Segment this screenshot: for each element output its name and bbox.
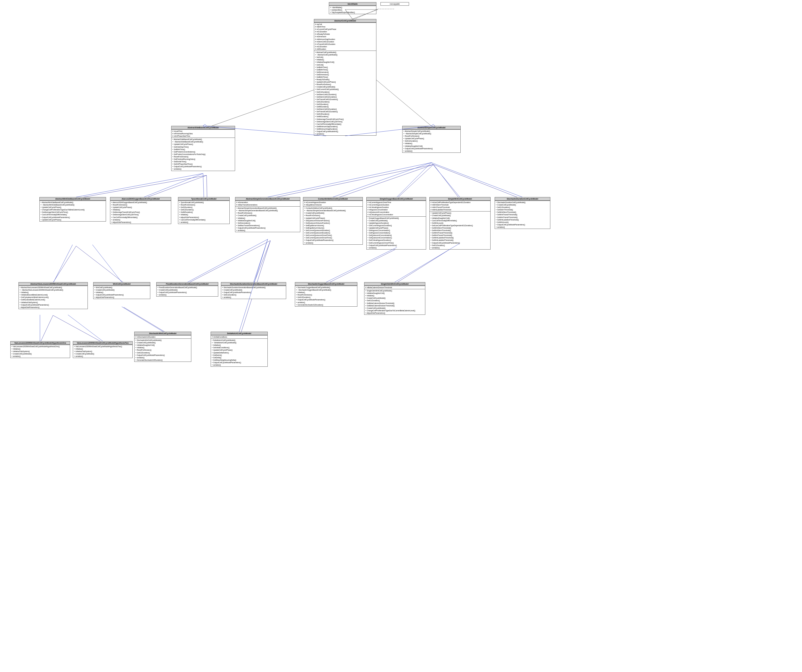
tyson-novak-methods: + TysonNovakCellCycleModel() + ResetForD… xyxy=(178,201,230,224)
diagram-container: Identifiable + ~Identifiable() + GetIden… xyxy=(0,0,802,672)
stochastic-duration-generation-title: StochasticDurationGenerationBasedCellCyc… xyxy=(221,282,286,286)
van-leeuwen-one-box: VanLeeuwen2009WntSwatCellCycleModelHypot… xyxy=(10,341,70,358)
van-leeuwen-one-methods: + VanLeeuwen2009WntSwatCellCycleModelHyp… xyxy=(11,345,70,358)
delta-notch-title: DeltaNotchCellCycleModel xyxy=(211,332,267,335)
svg-line-15 xyxy=(189,241,270,283)
abstract-simple-generation-title: AbstractSimpleGenerationBasedCellCycleMo… xyxy=(235,198,300,201)
noncopyable-box: noncopyable xyxy=(380,2,409,6)
svg-line-5 xyxy=(270,164,433,198)
svg-line-33 xyxy=(397,163,431,197)
abstract-cell-cycle-model-title: AbstractCellCycleModel xyxy=(314,19,376,23)
tyson-novak-title: TysonNovakCellCycleModel xyxy=(178,198,230,201)
svg-line-35 xyxy=(431,163,522,197)
svg-line-2 xyxy=(76,175,207,198)
abstract-cell-cycle-model-box: AbstractCellCycleModel # mpCell # mBirth… xyxy=(314,19,377,136)
svg-line-3 xyxy=(144,175,207,198)
abstract-simple-cell-cycle-title: AbstractSimpleCellCycleModel xyxy=(403,126,460,130)
stochastic-oxygen-based-methods: + StochasticOxygenBasedCellCycleModel() … xyxy=(295,286,357,306)
contact-inhibition-methods: + ContactInhibitionCellCycleModel() + ~A… xyxy=(303,206,362,244)
svg-line-16 xyxy=(254,241,270,283)
simple-oxygen-based-fields: # mCurrentHypoxicOnsetTime # mCurrentHyp… xyxy=(367,201,426,216)
svg-line-37 xyxy=(92,245,122,282)
svg-line-41 xyxy=(188,239,268,282)
identifiable-box: Identifiable + ~Identifiable() + GetIden… xyxy=(329,2,377,14)
simple-wnt-fields: # mUseCellProliferativeTypeDependentG1Du… xyxy=(430,201,490,211)
arrows-svg xyxy=(0,0,802,672)
stochastic-duration-title: StochasticDurationCellCycleModel xyxy=(495,198,550,201)
delta-notch-box: DeltaNotchCellCycleModel # mInitialCondi… xyxy=(211,332,268,367)
abstract-wnt-ode-methods: + AbstractWntOdeBasedCellCycleModel() + … xyxy=(40,201,106,221)
svg-line-7 xyxy=(397,164,433,198)
connection-lines xyxy=(0,0,802,672)
stochastic-wnt-title: StochasticWntCellCycleModel xyxy=(134,332,191,335)
wnt-cell-cycle-box: WntCellCycleModel + WntCellCycleModel() … xyxy=(93,282,150,299)
abstract-ode-based-methods: + AbstractOdeBasedCellCycleModel() + ~Ab… xyxy=(171,138,235,170)
van-leeuwen-two-methods: + VanLeeuwen2009WntSwatCellCycleModelHyp… xyxy=(73,345,133,358)
svg-line-40 xyxy=(122,307,163,332)
stochastic-duration-box: StochasticDurationCellCycleModel + Stoch… xyxy=(495,197,550,229)
van-leeuwen-two-box: VanLeeuwen2009WntSwatCellCycleModelHypot… xyxy=(73,341,133,358)
simple-wnt-title: SimpleWntCellCycleModel xyxy=(430,198,490,201)
svg-line-32 xyxy=(333,163,431,197)
noncopyable-title: noncopyable xyxy=(382,3,407,5)
svg-line-44 xyxy=(326,248,397,282)
identifiable-title: Identifiable xyxy=(329,2,376,6)
svg-line-31 xyxy=(268,163,431,197)
svg-line-9 xyxy=(433,164,521,198)
delta-notch-fields: # mInitialConditions xyxy=(211,335,267,338)
svg-line-1 xyxy=(375,79,433,128)
svg-line-34 xyxy=(431,163,460,197)
svg-line-28 xyxy=(76,173,203,197)
fixed-duration-generation-title: FixedDurationGenerationBasedCellCycleMod… xyxy=(157,282,218,286)
stochastic-duration-generation-box: StochasticDurationGenerationBasedCellCyc… xyxy=(221,282,286,299)
alarcon2004-methods: + Alarcon2004OxygenBasedCellCycleModel()… xyxy=(110,201,171,224)
abstract-simple-generation-box: AbstractSimpleGenerationBasedCellCycleMo… xyxy=(235,197,300,232)
contact-inhibition-box: ContactInhibitionCellCycleModel # mCurre… xyxy=(303,197,363,245)
svg-line-10 xyxy=(53,246,76,283)
delta-notch-methods: + DeltaNotchCellCycleModel() + ~DeltaNot… xyxy=(211,338,267,366)
stochastic-wnt-fields: # mStochasticG2Duration xyxy=(134,335,191,338)
stochastic-oxygen-based-title: StochasticOxygenBasedCellCycleModel xyxy=(295,282,357,286)
van-leeuwen-two-title: VanLeeuwen2009WntSwatCellCycleModelHypot… xyxy=(73,342,133,345)
abstract-van-leeuwen-title: AbstractVanLeeuwen2009WntSwatCellCycleMo… xyxy=(19,282,87,286)
abstract-wnt-ode-title: AbstractWntOdeBasedCellCycleModel xyxy=(40,198,106,201)
svg-line-6 xyxy=(336,164,433,198)
stochastic-wnt-box: StochasticWntCellCycleModel # mStochasti… xyxy=(134,332,191,362)
abstract-wnt-ode-box: AbstractWntOdeBasedCellCycleModel + Abst… xyxy=(39,197,106,222)
simple-oxygen-based-methods: + SimpleOxygenBasedCellCycleModel() + Cr… xyxy=(367,216,426,249)
abstract-van-leeuwen-box: AbstractVanLeeuwen2009WntSwatCellCycleMo… xyxy=(18,282,88,309)
svg-line-8 xyxy=(433,164,459,198)
abstract-ode-based-box: AbstractOdeBasedCellCycleModel # mLastTi… xyxy=(171,126,235,171)
single-odm-wnt-fields: # mBetaCateninDivisionThreshold xyxy=(364,286,425,289)
stochastic-wnt-methods: + StochasticWntCellCycleModel() + Create… xyxy=(134,338,191,361)
abstract-ode-based-title: AbstractOdeBasedCellCycleModel xyxy=(171,126,235,130)
alarcon2004-box: Alarcon2004OxygenBasedCellCycleModel + A… xyxy=(110,197,171,224)
abstract-cell-cycle-model-methods: + AbstractCellCycleModel() + ~AbstractCe… xyxy=(314,50,376,135)
identifiable-methods: + ~Identifiable() + GetIdentifier() + Ti… xyxy=(329,6,376,14)
abstract-van-leeuwen-methods: + AbstractVanLeeuwen2009WntSwatCellCycle… xyxy=(19,286,87,309)
svg-line-42 xyxy=(254,239,268,282)
simple-wnt-box: SimpleWntCellCycleModel # mUseCellProlif… xyxy=(429,197,490,249)
svg-line-11 xyxy=(76,246,124,283)
tyson-novak-box: TysonNovakCellCycleModel + TysonNovakCel… xyxy=(178,197,230,224)
abstract-cell-cycle-model-fields: # mpCell # mBirthTime # mCurrentCellCycl… xyxy=(314,23,376,50)
svg-line-39 xyxy=(68,315,103,341)
single-odm-wnt-methods: + SingleOdmWntCellCycleModel() + Initial… xyxy=(364,289,425,314)
svg-line-18 xyxy=(329,249,397,283)
abstract-simple-generation-methods: + AbstractSimpleGenerationBasedCellCycle… xyxy=(235,206,300,232)
abstract-simple-cell-cycle-methods: + AbstractSimpleCellCycleModel() + ~Abst… xyxy=(403,130,460,152)
van-leeuwen-one-title: VanLeeuwen2009WntSwatCellCycleModelHypot… xyxy=(11,342,70,345)
wnt-cell-cycle-title: WntCellCycleModel xyxy=(94,282,150,286)
svg-line-36 xyxy=(53,245,73,282)
svg-line-13 xyxy=(53,315,103,343)
abstract-simple-generation-fields: # mGeneration # mMaxTransitGenerations xyxy=(235,201,300,206)
stochastic-duration-methods: + StochasticDurationCellCycleModel() + C… xyxy=(495,201,550,228)
contact-inhibition-fields: # mCurrentHypoxicDuration # mEquilibrium… xyxy=(303,201,362,206)
abstract-ode-based-fields: # mLastTime # mFinishedRunningOdes # mG2… xyxy=(171,130,235,138)
simple-oxygen-based-title: SimpleOxygenBasedCellCycleModel xyxy=(367,198,426,201)
wnt-cell-cycle-methods: + WntCellCycleModel() + CreateCellCycleM… xyxy=(94,286,150,299)
contact-inhibition-title: ContactInhibitionCellCycleModel xyxy=(303,198,362,201)
svg-line-4 xyxy=(207,175,207,198)
single-odm-wnt-title: SingleOdmWntCellCycleModel xyxy=(364,282,425,286)
svg-line-12 xyxy=(40,315,53,343)
